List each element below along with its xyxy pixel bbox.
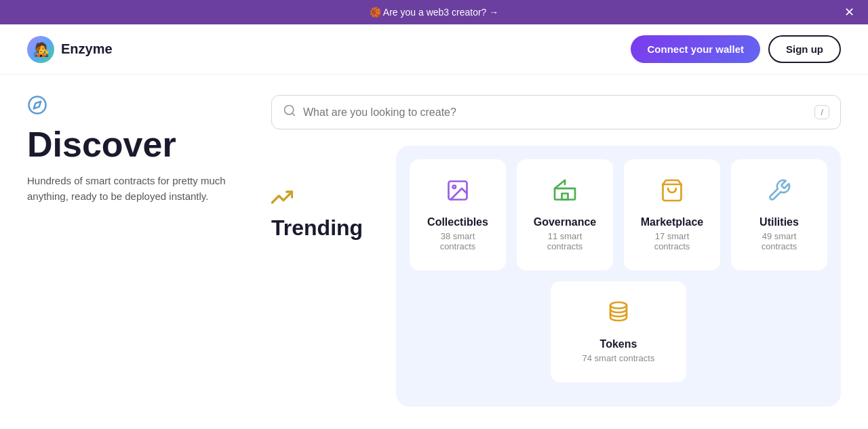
- governance-icon: [553, 178, 577, 208]
- card-collectibles[interactable]: Collectibles 38 smart contracts: [410, 159, 506, 270]
- compass-icon: [27, 95, 244, 120]
- marketplace-count: 17 smart contracts: [637, 231, 707, 251]
- signup-button[interactable]: Sign up: [768, 35, 841, 63]
- card-marketplace[interactable]: Marketplace 17 smart contracts: [624, 159, 720, 270]
- nav-actions: Connect your wallet Sign up: [631, 35, 841, 63]
- trending-area: Trending Collectibles: [271, 146, 841, 407]
- utilities-name: Utilities: [760, 216, 799, 228]
- svg-point-5: [453, 186, 456, 189]
- tokens-count: 74 smart contracts: [583, 353, 655, 363]
- right-section: / Trending: [271, 95, 841, 407]
- navbar: 🧑‍🎤 Enzyme Connect your wallet Sign up: [0, 24, 868, 75]
- tokens-name: Tokens: [600, 338, 637, 350]
- card-governance[interactable]: Governance 11 smart contracts: [517, 159, 613, 270]
- top-banner: 🏀 Are you a web3 creator? → ✕: [0, 0, 868, 24]
- card-tokens[interactable]: Tokens 74 smart contracts: [551, 281, 686, 382]
- brand-name: Enzyme: [61, 41, 113, 57]
- logo-avatar: 🧑‍🎤: [27, 36, 54, 63]
- collectibles-count: 38 smart contracts: [423, 231, 492, 251]
- search-input[interactable]: [303, 106, 814, 119]
- logo-area: 🧑‍🎤 Enzyme: [27, 36, 113, 63]
- governance-count: 11 smart contracts: [530, 231, 599, 251]
- utilities-icon: [767, 178, 791, 208]
- search-icon: [283, 104, 296, 121]
- svg-point-10: [610, 302, 627, 308]
- cards-container: Collectibles 38 smart contracts: [396, 146, 841, 407]
- marketplace-name: Marketplace: [641, 216, 704, 228]
- page-title: Discover: [27, 125, 244, 164]
- trending-icon: [271, 186, 293, 213]
- collectibles-icon: [446, 178, 470, 208]
- logo-emoji: 🧑‍🎤: [33, 41, 50, 58]
- hero-description: Hundreds of smart contracts for pretty m…: [27, 173, 231, 204]
- trending-label: Trending: [271, 146, 380, 241]
- marketplace-icon: [660, 178, 684, 208]
- hero-section: Discover Hundreds of smart contracts for…: [27, 95, 244, 204]
- svg-marker-1: [34, 102, 41, 109]
- svg-rect-8: [562, 194, 568, 200]
- utilities-count: 49 smart contracts: [745, 231, 814, 251]
- connect-wallet-button[interactable]: Connect your wallet: [631, 35, 760, 63]
- banner-text: 🏀 Are you a web3 creator? →: [370, 7, 499, 18]
- main-content: Discover Hundreds of smart contracts for…: [0, 75, 868, 407]
- trending-title: Trending: [271, 216, 363, 241]
- card-utilities[interactable]: Utilities 49 smart contracts: [731, 159, 827, 270]
- tokens-icon: [606, 300, 631, 330]
- cards-row-1: Collectibles 38 smart contracts: [410, 159, 827, 270]
- close-icon[interactable]: ✕: [844, 5, 854, 20]
- cards-row-2: Tokens 74 smart contracts: [410, 281, 827, 382]
- svg-line-3: [292, 113, 295, 116]
- search-shortcut: /: [814, 105, 829, 119]
- collectibles-name: Collectibles: [427, 216, 488, 228]
- svg-point-0: [29, 97, 46, 114]
- search-bar: /: [271, 95, 841, 129]
- governance-name: Governance: [534, 216, 596, 228]
